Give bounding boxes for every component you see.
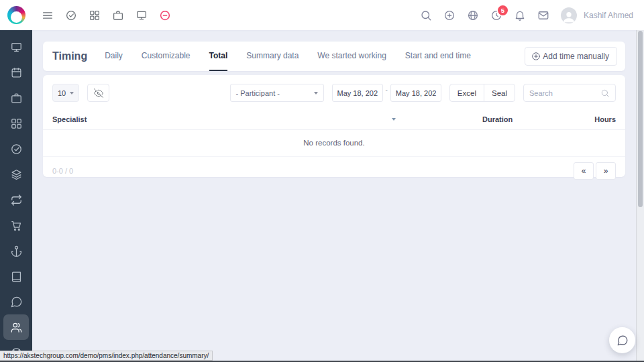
search-box[interactable] (523, 84, 616, 102)
sidebar-item-tasks[interactable] (3, 136, 29, 162)
column-duration[interactable]: Duration (482, 115, 513, 123)
chat-fab-button[interactable] (609, 327, 635, 353)
check-circle-icon (10, 143, 23, 156)
column-hours[interactable]: Hours (594, 115, 616, 123)
chat-bubble-icon (10, 296, 23, 308)
page-size-select[interactable]: 10 (52, 84, 79, 102)
sidebar-item-attendance[interactable] (3, 314, 29, 340)
check-circle-icon[interactable] (65, 9, 77, 21)
sidebar-item-shop[interactable] (3, 213, 29, 238)
add-time-manually-button[interactable]: Add time manually (525, 47, 617, 66)
add-time-label: Add time manually (543, 52, 609, 61)
empty-message: No records found. (43, 130, 625, 157)
scrollbar-thumb[interactable] (638, 31, 643, 207)
repeat-icon (10, 194, 23, 206)
search-icon[interactable] (420, 9, 432, 21)
pagination-row: 0-0 / 0 « » (43, 157, 625, 185)
book-icon (10, 270, 23, 283)
export-button-group: Excel Seal (449, 84, 515, 102)
header-right-icons: 5 Kashif Ahmed (420, 7, 633, 23)
previous-page-button[interactable]: « (574, 162, 594, 180)
plus-circle-icon[interactable] (443, 9, 455, 21)
excel-button[interactable]: Excel (449, 84, 484, 102)
apps-grid-icon[interactable] (89, 9, 101, 21)
sidebar-item-chat[interactable] (3, 289, 29, 314)
sidebar-item-anchor[interactable] (3, 238, 29, 263)
search-icon (600, 88, 610, 98)
sidebar-item-apps[interactable] (3, 111, 29, 136)
sort-caret-icon[interactable] (392, 118, 396, 121)
filters-row: 10 - Participant - - Excel Seal (43, 75, 625, 110)
tab-we-started-working[interactable]: We started working (317, 42, 386, 71)
participant-select[interactable]: - Participant - (230, 84, 324, 102)
anchor-icon (10, 245, 23, 257)
globe-icon[interactable] (467, 9, 479, 21)
search-input[interactable] (529, 89, 596, 97)
notification-badge: 5 (498, 5, 508, 15)
participant-value: - Participant - (236, 89, 280, 97)
column-specialist[interactable]: Specialist (52, 115, 87, 123)
tab-start-and-end-time[interactable]: Start and end time (405, 42, 471, 71)
page-range-label: 0-0 / 0 (52, 167, 73, 175)
app-logo[interactable] (0, 0, 32, 30)
tab-daily[interactable]: Daily (105, 42, 123, 71)
sidebar-item-sync[interactable] (3, 187, 29, 213)
date-range-separator: - (386, 84, 388, 97)
monitor-icon[interactable] (136, 9, 148, 21)
plus-circle-icon (531, 52, 541, 61)
sidebar-item-layers[interactable] (3, 162, 29, 187)
top-header: 5 Kashif Ahmed (0, 0, 644, 30)
header-left-icons (42, 9, 171, 21)
page-title: Timing (52, 50, 87, 62)
tab-customizable[interactable]: Customizable (142, 42, 191, 71)
briefcase-icon[interactable] (112, 9, 124, 21)
cart-icon (10, 219, 23, 232)
timing-tabs-card: Timing Daily Customizable Total Summary … (43, 42, 625, 71)
toggle-columns-button[interactable] (87, 84, 109, 102)
apps-grid-icon (10, 117, 23, 130)
sidebar-item-dashboard[interactable] (3, 34, 29, 60)
sidebar-item-projects[interactable] (3, 85, 29, 111)
seal-button[interactable]: Seal (484, 84, 515, 102)
date-from-input[interactable] (332, 84, 383, 102)
mail-icon[interactable] (537, 9, 549, 21)
pagination-buttons: « » (574, 162, 616, 180)
timing-table-card: 10 - Participant - - Excel Seal (43, 75, 625, 177)
bell-icon[interactable] (514, 9, 526, 21)
main-content: Timing Daily Customizable Total Summary … (32, 30, 636, 361)
status-bar-link-url: https://akstechgroup.com/demo/pms/index.… (0, 351, 213, 361)
user-avatar[interactable] (561, 7, 577, 23)
page-scrollbar[interactable] (636, 30, 644, 361)
sidebar-item-docs[interactable] (3, 263, 29, 289)
stop-timer-icon[interactable] (159, 9, 171, 21)
caret-down-icon (70, 92, 74, 95)
caret-down-icon (314, 92, 318, 95)
menu-icon[interactable] (42, 9, 54, 21)
briefcase-icon (10, 92, 23, 105)
layers-icon (10, 168, 23, 181)
user-name[interactable]: Kashif Ahmed (584, 11, 633, 20)
users-icon (10, 321, 23, 334)
tab-total[interactable]: Total (209, 42, 228, 71)
table-header: Specialist Duration Hours (43, 110, 625, 130)
calendar-icon (10, 66, 23, 79)
sidebar-item-calendar[interactable] (3, 60, 29, 85)
tab-summary-data[interactable]: Summary data (246, 42, 299, 71)
left-sidebar (0, 30, 32, 362)
next-page-button[interactable]: » (596, 162, 616, 180)
date-to-input[interactable] (390, 84, 441, 102)
chat-bubble-icon (616, 335, 629, 347)
time-log-icon[interactable]: 5 (490, 9, 502, 21)
logo-icon (7, 6, 25, 24)
monitor-icon (10, 41, 23, 54)
eye-off-icon (94, 88, 103, 98)
page-size-value: 10 (58, 89, 66, 97)
